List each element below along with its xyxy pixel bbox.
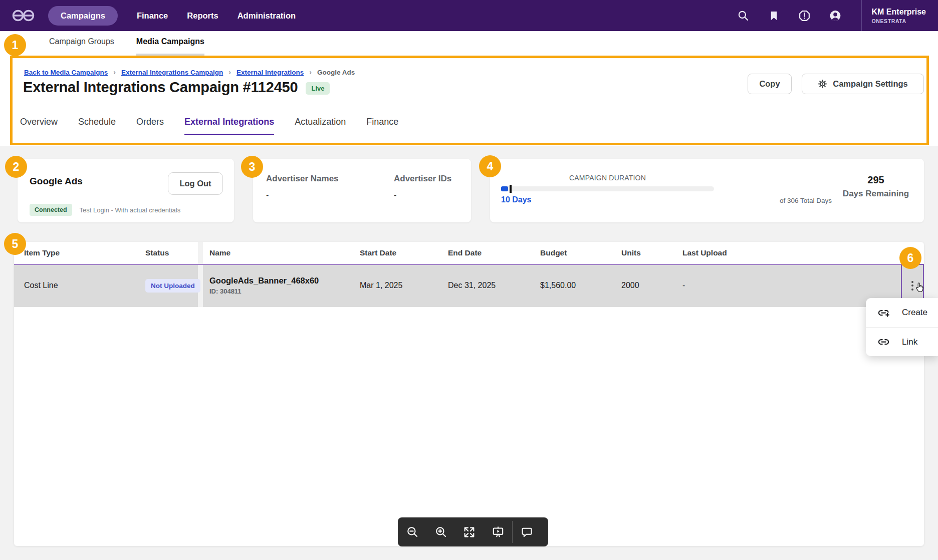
not-uploaded-badge: Not Uploaded [145,279,200,293]
col-header-item-type: Item Type [24,242,60,264]
annotation-badge-6: 6 [899,247,921,269]
connection-status-row: Connected Test Login - With actual crede… [30,204,180,216]
link-plus-icon [877,306,890,320]
col-header-name: Name [209,242,230,264]
tab-media-campaigns[interactable]: Media Campaigns [136,37,204,56]
breadcrumb-campaign-link[interactable]: External Integrations Campaign [121,69,223,76]
menu-item-create-label: Create [902,308,927,318]
menu-item-create[interactable]: Create [866,298,938,327]
breadcrumb-back-link[interactable]: Back to Media Campaigns [24,69,108,76]
tab-schedule[interactable]: Schedule [78,117,116,135]
cell-start-date: Mar 1, 2025 [360,264,402,307]
menu-item-link-label: Link [902,337,917,347]
col-header-budget: Budget [540,242,567,264]
campaign-duration-card: CAMPAIGN DURATION 10 Days of 306 Total D… [490,159,924,222]
annotation-badge-2: 2 [5,156,27,178]
advertiser-ids-value: - [394,191,396,200]
top-navbar: Campaigns Finance Reports Administration [0,0,938,31]
campaign-settings-button[interactable]: Campaign Settings [802,74,924,94]
breadcrumb-separator: › [228,68,231,76]
gear-icon [818,79,827,89]
line-items-table: Item Type Status Name Start Date End Dat… [14,242,924,546]
campaign-duration-title: CAMPAIGN DURATION [501,174,714,182]
days-remaining-label: Days Remaining [838,189,914,199]
connection-card: Google Ads Log Out Connected Test Login … [18,159,234,222]
title-row: External Integrations Campaign #112450 L… [23,79,330,96]
comment-icon[interactable] [513,517,541,546]
line-item-id: ID: 304811 [209,288,319,295]
zoom-out-icon[interactable] [398,517,426,546]
expand-icon[interactable] [455,517,484,546]
campaign-settings-label: Campaign Settings [833,79,907,89]
cell-last-upload: - [682,264,685,307]
link-icon [877,335,890,349]
tab-actualization[interactable]: Actualization [295,117,346,135]
tab-campaign-groups[interactable]: Campaign Groups [49,37,114,56]
advertiser-names-label: Advertiser Names [266,174,339,184]
breadcrumb-separator: › [309,68,312,76]
navbar-right: KM Enterprise ONESTRATA [737,0,938,31]
campaign-header: Back to Media Campaigns › External Integ… [0,56,938,146]
cell-end-date: Dec 31, 2025 [448,264,496,307]
annotation-badge-5: 5 [4,233,26,255]
tab-external-integrations[interactable]: External Integrations [184,117,274,135]
col-header-status: Status [145,242,169,264]
connection-note: Test Login - With actual credentials [80,206,181,214]
live-status-badge: Live [306,82,330,95]
col-header-end-date: End Date [448,242,482,264]
cell-status: Not Uploaded [145,264,200,307]
presentation-icon[interactable] [484,517,512,546]
cell-name: GoogleAds_Banner_468x60 ID: 304811 [209,264,319,307]
alert-icon[interactable] [798,9,811,22]
duration-today-marker [510,185,512,193]
connected-badge: Connected [30,204,72,216]
zoom-in-icon[interactable] [426,517,455,546]
log-out-button[interactable]: Log Out [168,172,223,195]
nav-item-administration[interactable]: Administration [238,11,296,21]
app-window: Campaigns Finance Reports Administration [0,0,938,560]
copy-button[interactable]: Copy [748,74,792,94]
days-remaining-value: 295 [838,174,914,186]
annotation-badge-3: 3 [241,156,263,178]
page-title: External Integrations Campaign #112450 [23,79,298,96]
cell-item-type: Cost Line [24,264,58,307]
nav-item-finance[interactable]: Finance [137,11,168,21]
header-actions: Copy Campaign Settings [748,74,924,94]
menu-item-link[interactable]: Link [866,327,938,356]
advertisers-card: Advertiser Names - Advertiser IDs - [253,159,471,222]
org-switcher[interactable]: KM Enterprise ONESTRATA [862,8,938,24]
breadcrumb-separator: › [113,68,116,76]
duration-total-label: of 306 Total Days [726,197,832,204]
kebab-menu-icon [911,281,913,291]
campaigns-subnav: Campaign Groups Media Campaigns [0,31,938,56]
annotation-badge-4: 4 [479,155,501,177]
duration-progress-fill [501,186,508,191]
tab-orders[interactable]: Orders [136,117,164,135]
breadcrumb-integrations-link[interactable]: External Integrations [237,69,304,76]
col-header-start-date: Start Date [360,242,396,264]
advertiser-names-value: - [266,191,269,200]
days-remaining-block: 295 Days Remaining [838,174,914,199]
cell-budget: $1,560.00 [540,264,576,307]
org-name: KM Enterprise [872,8,926,17]
col-header-units: Units [621,242,641,264]
line-item-name: GoogleAds_Banner_468x60 [209,276,319,286]
nav-item-campaigns[interactable]: Campaigns [48,6,118,26]
onestrata-logo[interactable] [11,7,38,24]
campaign-tabs: Overview Schedule Orders External Integr… [20,117,398,135]
duration-progress-bar [501,186,714,191]
breadcrumb-current: Google Ads [317,69,355,76]
search-icon[interactable] [737,9,750,22]
advertiser-ids-label: Advertiser IDs [394,174,451,184]
tab-finance[interactable]: Finance [366,117,398,135]
breadcrumb: Back to Media Campaigns › External Integ… [24,68,355,76]
primary-nav: Campaigns Finance Reports Administration [48,6,296,26]
connection-title: Google Ads [30,176,83,187]
bookmark-icon[interactable] [768,9,781,22]
tab-overview[interactable]: Overview [20,117,58,135]
duration-elapsed-label: 10 Days [501,195,532,204]
account-icon[interactable] [829,9,842,22]
nav-item-reports[interactable]: Reports [187,11,218,21]
annotation-badge-1: 1 [4,34,26,56]
org-product: ONESTRATA [872,18,926,24]
